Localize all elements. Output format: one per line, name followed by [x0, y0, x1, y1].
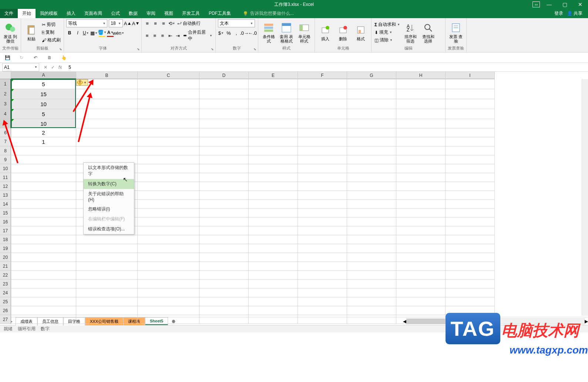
save-button[interactable]: 💾: [4, 54, 11, 61]
cell-H25[interactable]: [396, 297, 446, 306]
cell-B3[interactable]: [76, 99, 138, 109]
col-header-D[interactable]: D: [199, 72, 249, 79]
cell-G19[interactable]: [347, 244, 396, 253]
col-header-B[interactable]: B: [76, 72, 138, 79]
cell-A5[interactable]: 10: [11, 119, 76, 128]
cell-E17[interactable]: [249, 226, 298, 235]
tab-formulas[interactable]: 公式: [107, 9, 124, 18]
cell-I11[interactable]: [446, 173, 495, 182]
cell-H3[interactable]: [396, 99, 446, 109]
cell-I21[interactable]: [446, 262, 495, 271]
menu-ignore[interactable]: 忽略错误(I): [84, 204, 134, 214]
cell-C23[interactable]: [138, 280, 199, 288]
cell-E4[interactable]: [249, 109, 298, 119]
cell-C27[interactable]: [138, 315, 199, 324]
cell-E25[interactable]: [249, 297, 298, 306]
conditional-format-button[interactable]: 条件格式: [261, 19, 277, 45]
cell-I22[interactable]: [446, 271, 495, 280]
cell-H14[interactable]: [396, 200, 446, 209]
cell-I10[interactable]: [446, 164, 495, 173]
decrease-decimal-button[interactable]: ←.0: [249, 29, 256, 37]
cell-H16[interactable]: [396, 217, 446, 226]
cell-I24[interactable]: [446, 288, 495, 297]
cell-C5[interactable]: [138, 119, 199, 128]
row-header-5[interactable]: 5: [0, 119, 11, 128]
row-header-9[interactable]: 9: [0, 155, 11, 164]
cell-H19[interactable]: [396, 244, 446, 253]
close-button[interactable]: ✕: [572, 0, 588, 9]
border-button[interactable]: ▦ ▼: [91, 29, 97, 37]
decrease-font-button[interactable]: A▼: [132, 19, 139, 27]
cell-I8[interactable]: [446, 146, 495, 155]
cell-D18[interactable]: [199, 235, 249, 244]
cell-I12[interactable]: [446, 182, 495, 191]
cell-A25[interactable]: [11, 297, 76, 306]
cell-G8[interactable]: [347, 146, 396, 155]
cell-F18[interactable]: [298, 235, 347, 244]
redo-button[interactable]: ↻: [18, 54, 25, 61]
row-header-24[interactable]: 24: [0, 288, 11, 297]
indent-inc-button[interactable]: ⇥: [175, 31, 181, 40]
merge-center-button[interactable]: ⬌合并后居中▼: [182, 29, 213, 42]
row-header-3[interactable]: 3: [0, 99, 11, 109]
cell-H5[interactable]: [396, 119, 446, 128]
cell-D3[interactable]: [199, 99, 249, 109]
col-header-E[interactable]: E: [249, 72, 298, 79]
formula-input[interactable]: 5: [66, 65, 588, 70]
cell-F17[interactable]: [298, 226, 347, 235]
cell-F8[interactable]: [298, 146, 347, 155]
cell-G9[interactable]: [347, 155, 396, 164]
cell-B18[interactable]: [76, 235, 138, 244]
cell-C26[interactable]: [138, 306, 199, 315]
cell-I3[interactable]: [446, 99, 495, 109]
cell-C14[interactable]: [138, 200, 199, 209]
cell-I1[interactable]: [446, 79, 495, 89]
cell-G6[interactable]: [347, 128, 396, 137]
cell-C20[interactable]: [138, 253, 199, 262]
cell-I25[interactable]: [446, 297, 495, 306]
cell-B24[interactable]: [76, 288, 138, 297]
cell-F6[interactable]: [298, 128, 347, 137]
cell-F25[interactable]: [298, 297, 347, 306]
cell-G5[interactable]: [347, 119, 396, 128]
cell-H26[interactable]: [396, 306, 446, 315]
row-header-8[interactable]: 8: [0, 146, 11, 155]
increase-decimal-button[interactable]: .0→: [241, 29, 248, 37]
cell-E19[interactable]: [249, 244, 298, 253]
align-left-button[interactable]: ≡: [144, 31, 150, 40]
cell-I14[interactable]: [446, 200, 495, 209]
cell-G3[interactable]: [347, 99, 396, 109]
horizontal-scrollbar[interactable]: ◀▶: [403, 318, 588, 325]
cell-D12[interactable]: [199, 182, 249, 191]
cell-D6[interactable]: [199, 128, 249, 137]
cell-H12[interactable]: [396, 182, 446, 191]
cell-A12[interactable]: [11, 182, 76, 191]
cell-F15[interactable]: [298, 209, 347, 217]
cell-E15[interactable]: [249, 209, 298, 217]
cell-E9[interactable]: [249, 155, 298, 164]
cell-G14[interactable]: [347, 200, 396, 209]
row-header-17[interactable]: 17: [0, 226, 11, 235]
cell-H15[interactable]: [396, 209, 446, 217]
cell-D16[interactable]: [199, 217, 249, 226]
cell-G12[interactable]: [347, 182, 396, 191]
cell-C22[interactable]: [138, 271, 199, 280]
indent-dec-button[interactable]: ⇤: [167, 31, 174, 40]
row-header-18[interactable]: 18: [0, 235, 11, 244]
cut-button[interactable]: ✂剪切: [41, 21, 61, 28]
cell-E20[interactable]: [249, 253, 298, 262]
cell-I5[interactable]: [446, 119, 495, 128]
tell-me-search[interactable]: 💡 告诉我您想要做什么...: [243, 10, 294, 17]
phonetic-button[interactable]: wén ▼: [115, 29, 122, 37]
cell-H1[interactable]: [396, 79, 446, 89]
enter-formula-button[interactable]: ✓: [51, 65, 55, 70]
align-right-button[interactable]: ≡: [159, 31, 166, 40]
name-box[interactable]: A1▼: [2, 63, 39, 71]
cell-C13[interactable]: [138, 191, 199, 200]
cell-H11[interactable]: [396, 173, 446, 182]
orientation-button[interactable]: ⟲▼: [168, 19, 175, 27]
cell-G1[interactable]: [347, 79, 396, 89]
cell-C17[interactable]: [138, 226, 199, 235]
comma-button[interactable]: ,: [233, 29, 239, 37]
currency-button[interactable]: $▼: [218, 29, 224, 37]
